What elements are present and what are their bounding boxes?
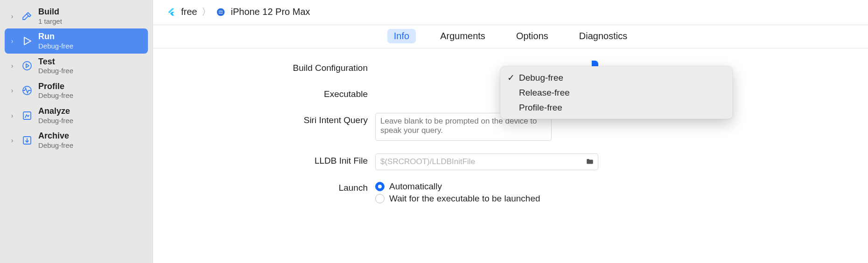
hammer-icon [21,10,34,23]
sidebar-item-subtitle: Debug-free [38,91,73,100]
build-configuration-menu: ✓ Debug-free Release-free Profile-free [500,66,733,119]
sidebar-item-build[interactable]: › Build 1 target [5,4,148,28]
svg-point-6 [217,8,225,16]
menu-item-release-free[interactable]: Release-free [500,85,733,100]
launch-option-automatically[interactable]: Automatically [375,180,540,193]
sidebar-item-test[interactable]: › Test Debug-free [5,54,148,78]
scheme-editor-main: free 〉 iPhone 12 Pro Max Info Arguments … [153,0,868,263]
scheme-action-sidebar: › Build 1 target › Run Debug-free › Test… [0,0,153,263]
sidebar-item-title: Archive [38,131,73,141]
tab-arguments[interactable]: Arguments [434,29,492,43]
chevron-right-icon: › [8,13,16,20]
lldb-init-placeholder: $(SRCROOT)/LLDBInitFile [380,157,475,166]
chevron-right-icon: › [8,62,16,69]
breadcrumb-device[interactable]: iPhone 12 Pro Max [231,7,310,17]
sidebar-item-subtitle: Debug-free [38,42,73,51]
device-icon [216,7,226,17]
sidebar-item-archive[interactable]: › Archive Debug-free [5,128,148,152]
sidebar-item-title: Build [38,7,62,17]
folder-icon[interactable] [586,158,594,166]
svg-marker-0 [24,37,31,45]
sidebar-item-title: Analyze [38,106,73,117]
sidebar-item-title: Profile [38,81,73,92]
analyze-icon [21,109,34,122]
sidebar-item-subtitle: 1 target [38,17,62,26]
sidebar-item-run[interactable]: › Run Debug-free [5,28,148,53]
checkmark-icon: ✓ [507,72,515,83]
sidebar-item-analyze[interactable]: › Analyze Debug-free [5,103,148,128]
chevron-right-icon: 〉 [202,6,211,18]
lldb-init-label: LLDB Init File [172,153,368,166]
menu-item-profile-free[interactable]: Profile-free [500,100,733,115]
svg-point-1 [23,62,31,70]
chevron-right-icon: › [8,112,16,119]
launch-option-label: Wait for the executable to be launched [389,194,540,204]
archive-icon [21,134,34,147]
breadcrumb-scheme[interactable]: free [181,7,197,17]
launch-label: Launch [172,180,368,193]
svg-marker-2 [26,64,29,68]
chevron-right-icon: › [8,37,16,45]
sidebar-item-subtitle: Debug-free [38,117,73,125]
launch-option-label: Automatically [389,181,442,192]
flutter-icon [166,7,176,17]
tab-info[interactable]: Info [387,29,416,43]
chevron-right-icon: › [8,137,16,144]
radio-icon [375,194,385,203]
sidebar-item-profile[interactable]: › Profile Debug-free [5,78,148,103]
menu-item-label: Profile-free [519,103,562,113]
sidebar-item-subtitle: Debug-free [38,141,73,150]
build-configuration-label: Build Configuration [172,61,368,73]
sidebar-item-subtitle: Debug-free [38,67,73,76]
menu-item-label: Release-free [519,88,570,98]
gauge-icon [21,84,34,97]
wrench-play-icon [21,59,34,72]
tab-options[interactable]: Options [510,29,555,43]
tab-bar: Info Arguments Options Diagnostics [153,25,868,48]
menu-item-label: Debug-free [519,73,563,83]
sidebar-item-title: Run [38,31,73,42]
tab-diagnostics[interactable]: Diagnostics [573,29,634,43]
breadcrumb: free 〉 iPhone 12 Pro Max [153,0,868,25]
lldb-init-input[interactable]: $(SRCROOT)/LLDBInitFile [375,153,598,170]
launch-option-wait[interactable]: Wait for the executable to be launched [375,193,540,205]
menu-item-debug-free[interactable]: ✓ Debug-free [500,70,733,85]
radio-icon [375,182,385,191]
chevron-right-icon: › [8,87,16,94]
play-icon [21,35,34,48]
executable-label: Executable [172,87,368,99]
siri-intent-label: Siri Intent Query [172,113,368,125]
sidebar-item-title: Test [38,56,73,67]
